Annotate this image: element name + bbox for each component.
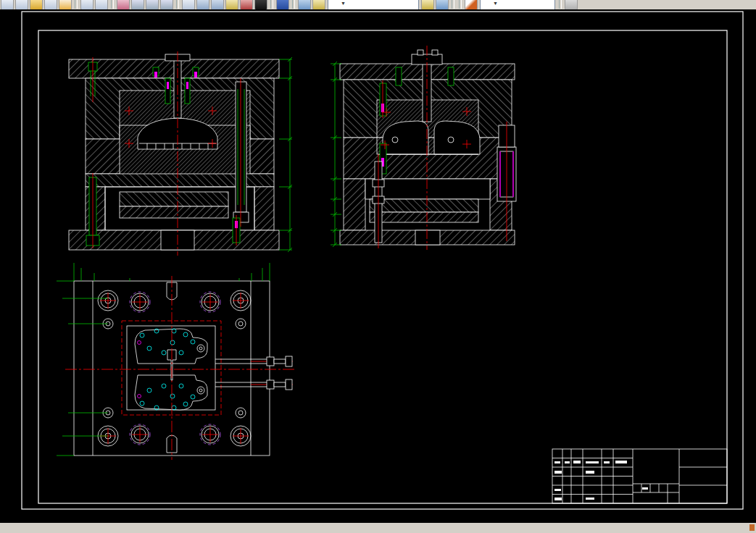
application-window: ▼ ▼	[0, 0, 756, 533]
help-icon[interactable]	[276, 0, 289, 9]
layer-color-icon[interactable]	[312, 0, 325, 9]
layer-walk-icon[interactable]	[421, 0, 434, 9]
draw-pencil-icon[interactable]	[465, 0, 478, 9]
paste-icon[interactable]	[30, 0, 43, 9]
layer-manager-icon[interactable]	[436, 0, 449, 9]
toolbar: ▼ ▼	[0, 0, 756, 9]
toolbar-separator	[111, 0, 114, 9]
section-view-main	[69, 51, 292, 256]
dim-style-combo[interactable]: ▼	[328, 0, 419, 9]
toolbar-separator	[459, 0, 462, 9]
copy-icon[interactable]	[15, 0, 28, 9]
zoom-previous-icon[interactable]	[146, 0, 159, 9]
match-properties-icon[interactable]	[1, 0, 14, 9]
toolbar-separator	[292, 0, 295, 9]
block-icon[interactable]	[211, 0, 224, 9]
undo-icon[interactable]	[80, 0, 94, 9]
zoom-realtime-icon[interactable]	[160, 0, 173, 9]
zoom-window-icon[interactable]	[131, 0, 144, 9]
toolbar-separator	[75, 0, 78, 9]
erase-icon[interactable]	[117, 0, 130, 9]
table-icon[interactable]	[196, 0, 209, 9]
dimension-icon[interactable]	[565, 0, 578, 9]
chevron-down-icon: ▼	[493, 0, 498, 9]
tabbar-corner-mark	[749, 524, 755, 531]
layers-icon[interactable]	[225, 0, 238, 9]
chevron-down-icon: ▼	[341, 0, 346, 9]
title-block	[552, 449, 727, 503]
layer-states-icon[interactable]	[298, 0, 311, 9]
toolbar-separator	[559, 0, 562, 9]
section-view-side	[331, 46, 516, 250]
toolbar-separator	[270, 0, 273, 9]
edit-icon[interactable]	[44, 0, 57, 9]
text-style-combo[interactable]: ▼	[480, 0, 555, 9]
drawing-canvas[interactable]	[0, 9, 756, 523]
grid-icon[interactable]	[254, 0, 267, 9]
plot-icon[interactable]	[240, 0, 253, 9]
plan-view	[57, 263, 296, 460]
toolbar-separator	[452, 0, 454, 9]
properties-icon[interactable]	[59, 0, 72, 9]
toolbar-separator	[176, 0, 179, 9]
text-style-icon[interactable]	[182, 0, 195, 9]
layout-tabbar	[0, 523, 756, 533]
drawing-svg	[0, 9, 756, 523]
redo-icon	[95, 0, 108, 9]
